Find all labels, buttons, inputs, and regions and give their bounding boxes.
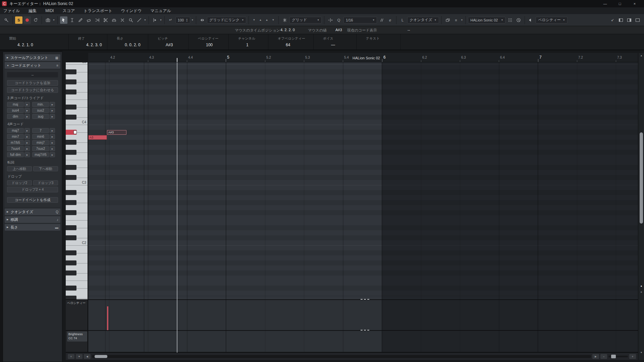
auto-scroll-dropdown[interactable]: ▼	[160, 19, 162, 21]
glue-tool[interactable]	[110, 16, 118, 24]
minimize-button[interactable]: —	[598, 0, 612, 7]
section-length[interactable]: ▶ 長さ ▬	[5, 224, 60, 231]
solo-button[interactable]: S	[15, 16, 22, 24]
triad-variant-arrow[interactable]: ▶	[50, 114, 55, 119]
black-key[interactable]	[66, 200, 76, 205]
insert-velocity-box[interactable]: 100 ▲▼	[175, 17, 190, 23]
black-key[interactable]	[66, 270, 76, 276]
seventh-variant-arrow[interactable]: ▶	[24, 140, 30, 145]
info-field-0[interactable]: 開始4. 2. 1. 0	[0, 34, 69, 50]
part-editing-mode-icon[interactable]	[444, 16, 451, 24]
seventh-button-7sus2[interactable]: 7sus2	[32, 146, 49, 151]
info-field-7[interactable]: ボイス—	[314, 34, 357, 50]
range-select-tool[interactable]	[68, 16, 76, 24]
pin-icon[interactable]	[3, 16, 10, 24]
info-field-4[interactable]: ベロシティー100	[189, 34, 229, 50]
seventh-button-min6[interactable]: min6	[32, 134, 49, 139]
midi-note-A#3[interactable]: A#3	[107, 130, 126, 135]
seventh-button-minj7[interactable]: minj7	[32, 140, 49, 145]
menu-item-5[interactable]: ウィンドウ	[121, 8, 142, 14]
drop-2-4-button[interactable]: ドロップ2 + 4	[7, 187, 58, 192]
insert-velocity-dropdown[interactable]: ▼	[191, 19, 194, 21]
black-key[interactable]	[66, 89, 76, 95]
note-grid[interactable]: A3A#3	[88, 62, 638, 299]
info-field-1[interactable]: 終了4. 2. 3. 0	[69, 34, 107, 50]
triad-variant-arrow[interactable]: ▶	[24, 108, 30, 113]
nudge-button-1[interactable]: ▲	[258, 17, 263, 23]
split-plus-minus-icon[interactable]	[327, 16, 334, 24]
grid-link-dropdown[interactable]: グリッドにリンク ▼	[207, 17, 246, 23]
black-key[interactable]	[66, 175, 76, 180]
add-chord-track-button[interactable]: コードトラックを追加	[7, 80, 58, 86]
maximize-button[interactable]: □	[612, 0, 627, 7]
seventh-button-7[interactable]: 7	[32, 128, 49, 133]
zoom-in-button[interactable]: +	[629, 354, 636, 359]
horizontal-zoom-thumb[interactable]	[611, 355, 616, 358]
drop-button-1[interactable]: ドロップ3	[33, 180, 58, 185]
erase-tool[interactable]	[85, 16, 93, 24]
vertical-scrollbar-thumb[interactable]	[640, 132, 643, 224]
black-key[interactable]	[66, 286, 76, 291]
add-controller-lane-button[interactable]: +	[68, 354, 74, 359]
triad-button-aug[interactable]: aug	[32, 114, 49, 119]
project-cursor-marker[interactable]	[177, 58, 177, 62]
insert-velocity-stepper[interactable]: ▲▼	[186, 18, 188, 22]
menu-item-3[interactable]: スコア	[62, 8, 75, 14]
auto-scroll-icon[interactable]	[151, 16, 159, 24]
black-key[interactable]	[66, 210, 76, 215]
black-key[interactable]	[66, 165, 76, 170]
nudge-button-0[interactable]: ▼	[251, 17, 257, 23]
controller-selector[interactable]: Brightness CC 74	[67, 331, 87, 342]
match-chord-track-button[interactable]: コードトラックに合わせる	[7, 87, 58, 93]
seventh-variant-arrow[interactable]: ▶	[24, 152, 30, 157]
snapshot-camera-icon[interactable]	[44, 16, 52, 24]
black-key[interactable]	[66, 225, 76, 230]
split-tool[interactable]	[102, 16, 109, 24]
black-key[interactable]	[66, 190, 76, 195]
active-part-dropdown[interactable]: HALion Sonic 02 ▼	[468, 17, 505, 23]
swing-icon[interactable]	[378, 16, 385, 24]
seventh-variant-arrow[interactable]: ▶	[24, 134, 30, 139]
nudge-button-2[interactable]: ▲	[264, 17, 270, 23]
menu-item-0[interactable]: ファイル	[3, 8, 20, 14]
seventh-button-7sus4[interactable]: 7sus4	[7, 146, 24, 151]
triad-button-min[interactable]: min.	[32, 102, 49, 107]
object-select-tool[interactable]	[60, 16, 67, 24]
black-key[interactable]	[66, 79, 76, 84]
info-field-5[interactable]: チャンネル1	[229, 34, 268, 50]
black-key[interactable]	[66, 235, 76, 240]
controller-lane[interactable]	[88, 331, 638, 352]
open-in-lower-zone-icon[interactable]: ↙	[609, 16, 616, 24]
create-chord-event-button[interactable]: コードイベントを作成	[7, 197, 58, 203]
trim-tool[interactable]	[94, 16, 101, 24]
info-field-3[interactable]: ピッチA#3	[148, 34, 189, 50]
seventh-variant-arrow[interactable]: ▶	[24, 146, 30, 151]
menu-item-4[interactable]: トランスポート	[84, 8, 112, 14]
lane-resize-handle[interactable]	[361, 299, 369, 300]
length-quantize-dropdown[interactable]: クオンタイズ ▼	[407, 17, 439, 23]
triad-button-dim[interactable]: dim	[7, 114, 24, 119]
black-key[interactable]	[66, 69, 76, 74]
velocity-bar[interactable]	[107, 306, 108, 330]
inversion-button-1[interactable]: 下へ移動	[33, 166, 58, 171]
seventh-button-m7b5[interactable]: m7/b5	[7, 140, 24, 145]
line-tool[interactable]	[136, 16, 143, 24]
record-button[interactable]	[23, 16, 31, 24]
triad-variant-arrow[interactable]: ▶	[24, 102, 30, 107]
drop-button-0[interactable]: ドロップ2	[7, 180, 32, 185]
mute-tool[interactable]	[119, 16, 126, 24]
triad-button-maj[interactable]: maj	[7, 102, 24, 107]
menu-item-1[interactable]: 編集	[29, 8, 37, 14]
snap-icon[interactable]	[281, 16, 288, 24]
setup-toolbar-icon[interactable]	[634, 16, 641, 24]
scroll-up-button[interactable]: ▲	[638, 53, 644, 58]
part-list-icon[interactable]: ≡	[452, 16, 460, 24]
seventh-variant-arrow[interactable]: ▶	[50, 134, 55, 139]
info-field-6[interactable]: オフベロシティー64	[268, 34, 314, 50]
black-key[interactable]	[66, 115, 76, 120]
part-mode-dropdown[interactable]: ▼	[461, 19, 463, 21]
black-key[interactable]	[66, 296, 76, 299]
horizontal-zoom-slider[interactable]	[608, 356, 628, 357]
inversion-button-0[interactable]: 上へ移動	[7, 166, 32, 171]
triad-button-sus4[interactable]: sus4	[7, 108, 24, 113]
